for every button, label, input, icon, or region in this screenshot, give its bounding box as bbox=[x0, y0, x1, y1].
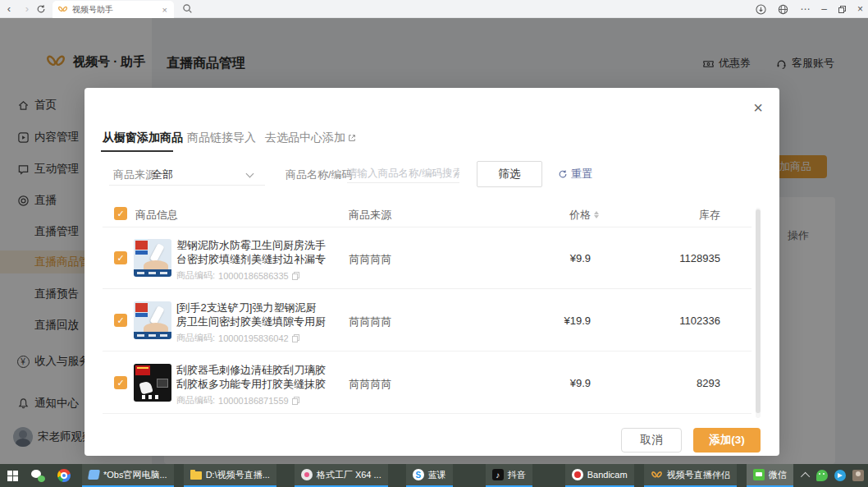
tab-selection-center[interactable]: 去选品中心添加 bbox=[265, 131, 356, 145]
taskbar-app-douyin[interactable]: ♪ 抖音 bbox=[486, 464, 532, 487]
add-products-modal: × 从橱窗添加商品 商品链接导入 去选品中心添加 商品来源 全部 商品名称/编码… bbox=[85, 88, 779, 456]
refresh-icon[interactable] bbox=[36, 4, 54, 14]
code-label: 商品编码: bbox=[176, 394, 215, 407]
scrollbar-thumb[interactable] bbox=[756, 209, 761, 413]
chevron-down-icon bbox=[246, 170, 254, 178]
bandicam-icon bbox=[572, 469, 583, 480]
product-title[interactable]: [到手2支送铲刀]强力塑钢泥厨房卫生间密封胶美缝填隙专用厨卫密封胶150M... bbox=[176, 301, 326, 328]
copy-icon[interactable] bbox=[292, 397, 299, 405]
source-select-underline bbox=[109, 185, 265, 186]
name-filter-label: 商品名称/编码 bbox=[286, 168, 353, 182]
col-header-info: 商品信息 bbox=[135, 208, 178, 223]
globe-icon[interactable] bbox=[778, 4, 788, 15]
taskbar-app-label: D:\视频号直播... bbox=[206, 469, 270, 481]
taskbar-app-label: 抖音 bbox=[508, 469, 526, 481]
code-label: 商品编码: bbox=[176, 269, 215, 282]
tab-label: 去选品中心添加 bbox=[265, 131, 345, 144]
chevron-up-icon[interactable] bbox=[801, 472, 810, 481]
scrollbar[interactable] bbox=[756, 208, 761, 418]
taskbar-app-label: *Obs官网电脑... bbox=[103, 469, 167, 481]
format-factory-icon bbox=[301, 469, 313, 480]
wechat-icon bbox=[31, 470, 45, 482]
row-divider bbox=[103, 413, 752, 414]
system-tray: 中 S bbox=[803, 469, 868, 482]
row-checkbox[interactable]: ✓ bbox=[114, 314, 127, 327]
more-icon[interactable]: ⋯ bbox=[800, 0, 810, 18]
taskbar-app-obs[interactable]: *Obs官网电脑... bbox=[82, 464, 174, 487]
channels-logo-icon bbox=[57, 4, 68, 15]
contact-tray-icon[interactable] bbox=[852, 470, 864, 481]
col-header-source: 商品来源 bbox=[349, 208, 391, 223]
code-value: 10000195836042 bbox=[218, 333, 289, 343]
copy-icon[interactable] bbox=[292, 272, 299, 280]
product-source: 苘苘苘苘 bbox=[349, 315, 391, 329]
wechat-dock-button[interactable] bbox=[25, 464, 51, 487]
product-price: ¥19.9 bbox=[528, 315, 591, 327]
minimize-icon[interactable]: – bbox=[821, 0, 827, 18]
taskbar: *Obs官网电脑... D:\视频号直播... 格式工厂 X64 ... S 蓝… bbox=[0, 464, 868, 487]
product-price: ¥9.9 bbox=[528, 252, 591, 264]
filter-button[interactable]: 筛选 bbox=[477, 161, 542, 187]
tab-import-link[interactable]: 商品链接导入 bbox=[187, 131, 256, 145]
taskbar-app-wechat[interactable]: 微信 bbox=[747, 464, 793, 487]
taskbar-app-live-companion[interactable]: 视频号直播伴侣 bbox=[644, 464, 737, 487]
cancel-button[interactable]: 取消 bbox=[621, 428, 682, 453]
active-tab-underline bbox=[101, 150, 173, 152]
taskbar-app-formatfactory[interactable]: 格式工厂 X64 ... bbox=[295, 464, 388, 487]
row-checkbox[interactable]: ✓ bbox=[114, 251, 127, 264]
product-code: 商品编码: 10000195836042 bbox=[176, 332, 299, 344]
chrome-dock-button[interactable] bbox=[51, 464, 77, 487]
product-image bbox=[134, 301, 171, 339]
sort-icon[interactable] bbox=[594, 210, 601, 219]
product-stock: 1128935 bbox=[651, 252, 720, 264]
reset-button[interactable]: 重置 bbox=[558, 167, 592, 181]
close-tab-icon[interactable]: × bbox=[161, 5, 169, 15]
name-search-input[interactable] bbox=[347, 163, 459, 183]
taskbar-app-bandicam[interactable]: Bandicam bbox=[565, 464, 634, 487]
confirm-add-button[interactable]: 添加(3) bbox=[693, 428, 761, 453]
code-label: 商品编码: bbox=[176, 332, 215, 344]
product-code: 商品编码: 10000186586335 bbox=[176, 269, 299, 282]
product-source: 苘苘苘苘 bbox=[349, 377, 391, 392]
restore-icon[interactable] bbox=[838, 6, 846, 13]
close-window-icon[interactable]: × bbox=[857, 0, 863, 18]
search-icon[interactable] bbox=[182, 3, 193, 14]
tab-title: 视频号助手 bbox=[72, 4, 161, 16]
product-title[interactable]: 刮胶器毛刺修边清硅胶刮刀璃胶刮胶板多功能专用打胶美缝抹胶神器 bbox=[176, 363, 326, 391]
table-row: ✓ 刮胶器毛刺修边清硅胶刮刀璃胶刮胶板多功能专用打胶美缝抹胶神器 商品编码: 1… bbox=[85, 351, 779, 414]
taskbar-app-label: 格式工厂 X64 ... bbox=[317, 469, 381, 481]
chrome-icon bbox=[57, 469, 71, 482]
download-icon[interactable] bbox=[756, 4, 766, 15]
table-row: ✓ 塑钢泥防水防霉卫生间厨房洗手台密封胶填缝剂美缝封边补漏专用胶150ml...… bbox=[85, 227, 779, 289]
telegram-tray-icon[interactable] bbox=[834, 470, 846, 481]
product-title[interactable]: 塑钢泥防水防霉卫生间厨房洗手台密封胶填缝剂美缝封边补漏专用胶150ml... bbox=[176, 238, 326, 266]
forward-icon[interactable]: › bbox=[18, 2, 36, 15]
product-image bbox=[134, 239, 171, 277]
close-modal-icon[interactable]: × bbox=[753, 99, 763, 116]
back-icon[interactable]: ‹ bbox=[0, 2, 18, 15]
external-link-icon bbox=[348, 134, 356, 142]
start-button[interactable] bbox=[0, 464, 25, 487]
taskbar-app-explorer[interactable]: D:\视频号直播... bbox=[184, 464, 276, 487]
code-value: 10000186871559 bbox=[218, 396, 289, 406]
source-select[interactable]: 全部 bbox=[152, 168, 173, 182]
row-checkbox[interactable]: ✓ bbox=[114, 376, 127, 389]
obs-icon bbox=[88, 470, 100, 480]
product-source: 苘苘苘苘 bbox=[349, 252, 391, 267]
source-filter-label: 商品来源 bbox=[113, 168, 156, 182]
wechat-window-icon bbox=[753, 469, 765, 480]
refresh-icon bbox=[558, 169, 568, 179]
screen: ‹ › 视频号助手 × ⋯ – bbox=[0, 0, 868, 487]
tab-add-from-showcase[interactable]: 从橱窗添加商品 bbox=[103, 131, 183, 145]
wechat-tray-icon[interactable] bbox=[816, 470, 828, 481]
taskbar-app-label: 蓝课 bbox=[428, 469, 446, 481]
copy-icon[interactable] bbox=[292, 334, 299, 342]
code-value: 10000186586335 bbox=[218, 271, 289, 281]
select-all-checkbox[interactable]: ✓ bbox=[114, 207, 127, 220]
windows-icon bbox=[7, 471, 18, 481]
taskbar-app-lanke[interactable]: S 蓝课 bbox=[406, 464, 453, 487]
lanke-icon: S bbox=[413, 469, 424, 480]
browser-tab[interactable]: 视频号助手 × bbox=[53, 1, 174, 18]
col-header-price: 价格 bbox=[528, 208, 591, 223]
taskbar-app-label: 视频号直播伴侣 bbox=[667, 469, 730, 481]
